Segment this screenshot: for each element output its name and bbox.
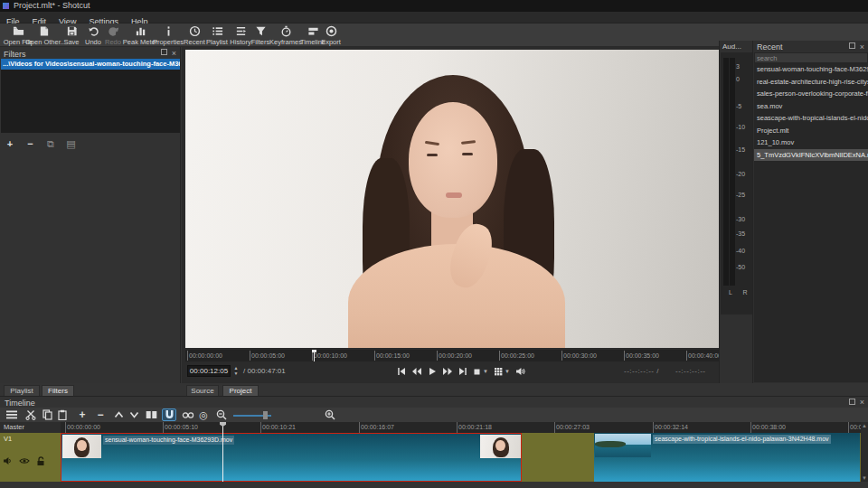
copy-filters-button[interactable]: ⧉ [42, 138, 59, 150]
hide-track-icon[interactable] [19, 456, 30, 465]
ruler-tick: 00:00:27:03 [554, 422, 590, 433]
open-file-icon [13, 25, 24, 37]
playlist-icon [212, 25, 223, 37]
video-subject-eye [427, 154, 438, 156]
filters-button[interactable]: Filters [250, 24, 271, 46]
float-panel-icon[interactable] [161, 49, 167, 55]
timeline-ruler[interactable]: 00:00:00:00 00:00:05:10 00:00:10:21 00:0… [61, 422, 861, 433]
zoom-out-button[interactable] [215, 408, 228, 421]
list-item[interactable]: Project.mlt [754, 125, 868, 137]
video-subject-lips [446, 192, 462, 198]
list-item[interactable]: real-estate-architecture-high-rise-citys… [754, 76, 868, 89]
scroll-up-icon[interactable]: ▲ [861, 423, 868, 428]
list-item[interactable]: sales-person-overlooking-corporate-finan… [754, 88, 868, 100]
chevron-down-icon: ▼ [505, 369, 510, 374]
list-item[interactable]: seascape-with-tropical-islands-el-nido-p… [754, 112, 868, 125]
app-logo-icon [3, 3, 9, 9]
lift-button[interactable] [112, 408, 125, 421]
timeline-playhead[interactable] [222, 422, 223, 482]
ruler-tick: 00:00:21:18 [457, 422, 492, 433]
close-panel-icon[interactable]: × [860, 398, 864, 407]
filters-list[interactable] [1, 70, 180, 133]
timeline-panel-title: Timeline [5, 399, 35, 408]
paste-filters-button[interactable]: ▤ [62, 138, 79, 150]
list-item[interactable]: 121_10.mov [754, 136, 868, 149]
clip-thumbnail [480, 435, 521, 458]
volume-button[interactable] [515, 367, 525, 376]
list-item[interactable]: sensual-woman-touching-face-M36293D.mov [754, 63, 868, 76]
scroll-down-icon[interactable]: ▼ [861, 475, 868, 481]
timeline-clip-seascape[interactable]: seascape-with-tropical-islands-el-nido-p… [594, 433, 860, 482]
track-header-v1[interactable]: V1 [0, 433, 61, 482]
undo-button[interactable]: Undo [83, 24, 103, 46]
skip-start-button[interactable] [397, 367, 406, 376]
copy-button[interactable] [41, 408, 53, 421]
grid-button[interactable]: ▼ [494, 367, 510, 376]
clip-thumbnail [595, 434, 651, 457]
rewind-button[interactable] [411, 367, 422, 376]
snap-toggle-button[interactable] [162, 408, 176, 421]
open-other-button[interactable]: Open Other.. [25, 24, 61, 46]
keyframes-icon [280, 25, 292, 37]
recent-button[interactable]: Recent [183, 24, 206, 46]
loop-mode-button[interactable]: ▼ [473, 368, 488, 376]
fast-forward-button[interactable] [442, 367, 453, 376]
shotcut-window: Project.mlt* - Shotcut FileEditViewSetti… [0, 0, 868, 488]
ripple-delete-button[interactable]: − [94, 408, 107, 421]
close-panel-icon[interactable]: × [172, 49, 176, 58]
close-panel-icon[interactable]: × [860, 42, 864, 52]
paste-button[interactable] [56, 408, 69, 421]
search-input[interactable] [754, 52, 868, 63]
lock-track-icon[interactable] [36, 456, 45, 466]
selected-duration: --:--:--:-- / [624, 367, 659, 375]
recent-icon [189, 25, 201, 37]
timeline-clip-woman[interactable]: sensual-woman-touching-face-M36293D.mov [61, 433, 522, 482]
save-button[interactable]: Save [60, 24, 83, 46]
vertical-scrollbar[interactable]: ▲ ▼ [861, 422, 868, 482]
float-panel-icon[interactable] [849, 399, 855, 405]
split-button[interactable] [144, 408, 158, 421]
meter-scale: -15 [736, 146, 750, 153]
zoom-in-button[interactable] [324, 408, 336, 421]
filters-selected-clip[interactable]: ...\Videos for Videos\sensual-woman-touc… [1, 59, 180, 70]
ruler-tick: 00:00:25:00 [499, 351, 534, 361]
player-playhead[interactable] [314, 350, 315, 361]
play-button[interactable] [428, 367, 437, 376]
list-item-selected[interactable]: 5_TmVzdGVkIFNlcXVlbmNlIDExNA.mov [754, 149, 868, 162]
scrub-while-dragging-button[interactable] [181, 408, 195, 421]
ruler-tick: 00:00:10:21 [260, 422, 296, 433]
ripple-all-tracks-button[interactable]: ◎ [197, 408, 210, 421]
cut-button[interactable] [24, 408, 37, 421]
remove-filter-button[interactable]: − [22, 138, 38, 149]
playlist-button[interactable]: Playlist [205, 24, 229, 46]
export-button[interactable]: Export [318, 24, 344, 46]
zoom-slider-handle[interactable] [263, 411, 268, 419]
clip-label: seascape-with-tropical-islands-el-nido-p… [653, 435, 831, 444]
mute-track-icon[interactable] [3, 456, 13, 465]
properties-icon [163, 25, 175, 37]
redo-button[interactable]: Redo [103, 24, 123, 46]
list-item[interactable]: sea.mov [754, 100, 868, 113]
overwrite-button[interactable] [127, 408, 140, 421]
filters-panel: Filters × ...\Videos for Videos\sensual-… [0, 47, 181, 383]
keyframes-button[interactable]: Keyframes [269, 24, 302, 46]
meter-bar-left [723, 58, 729, 286]
export-icon [326, 25, 337, 37]
skip-end-button[interactable] [458, 367, 467, 376]
player-ruler[interactable]: 00:00:00:00 00:00:05:00 00:00:10:00 00:0… [185, 350, 719, 361]
track-v1: sensual-woman-touching-face-M36293D.mov … [61, 433, 861, 482]
player-panel: 00:00:00:00 00:00:05:00 00:00:10:00 00:0… [182, 47, 719, 383]
current-time-field[interactable]: 00:00:12:05 [187, 365, 231, 377]
float-panel-icon[interactable] [849, 42, 855, 49]
filters-panel-title: Filters [4, 50, 26, 59]
add-filter-button[interactable]: + [2, 138, 18, 149]
channel-labels: L R [729, 289, 752, 296]
timeline-panel: Timeline × + − ◎ Master 00:00:00:00 [0, 396, 868, 488]
undo-icon [88, 25, 99, 37]
timeline-menu-button[interactable] [5, 408, 18, 421]
append-button[interactable]: + [76, 408, 89, 421]
in-point: --:--:--:-- [675, 367, 705, 375]
time-spinner[interactable]: ▲▼ [232, 365, 240, 377]
master-track-header[interactable]: Master [0, 422, 61, 433]
properties-button[interactable]: Properties [151, 24, 185, 46]
